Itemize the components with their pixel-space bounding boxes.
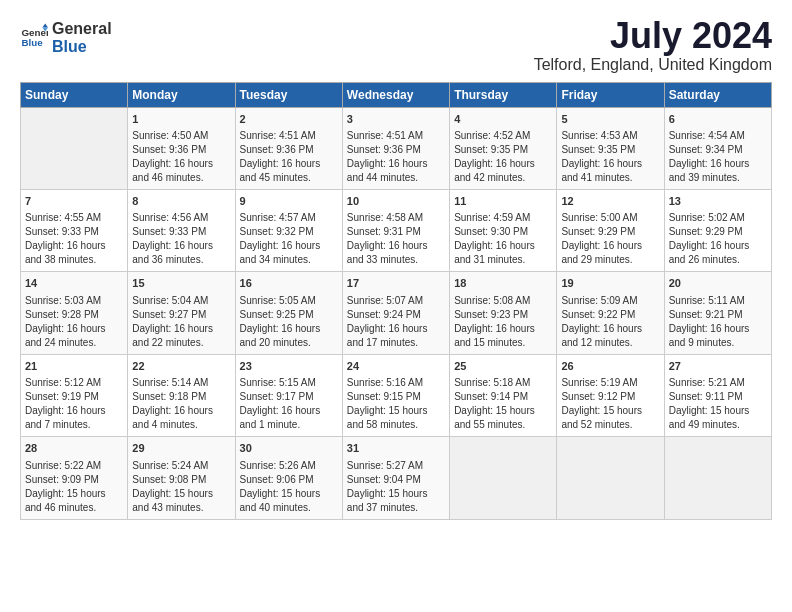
title-area: July 2024 Telford, England, United Kingd… <box>534 16 772 74</box>
cell-content-line: Sunset: 9:33 PM <box>25 225 123 239</box>
cell-content-line: and 24 minutes. <box>25 336 123 350</box>
cell-content-line: and 45 minutes. <box>240 171 338 185</box>
cell-content-line: Sunrise: 4:58 AM <box>347 211 445 225</box>
cell-content-line: Daylight: 16 hours <box>669 239 767 253</box>
cell-content-line: Daylight: 16 hours <box>347 239 445 253</box>
table-row: 9Sunrise: 4:57 AMSunset: 9:32 PMDaylight… <box>235 189 342 271</box>
cell-content-line: Daylight: 16 hours <box>240 404 338 418</box>
cell-content-line: Sunrise: 5:24 AM <box>132 459 230 473</box>
calendar-week-row: 14Sunrise: 5:03 AMSunset: 9:28 PMDayligh… <box>21 272 772 354</box>
cell-content-line: Daylight: 16 hours <box>669 322 767 336</box>
cell-content-line: and 42 minutes. <box>454 171 552 185</box>
table-row: 20Sunrise: 5:11 AMSunset: 9:21 PMDayligh… <box>664 272 771 354</box>
cell-content-line: and 1 minute. <box>240 418 338 432</box>
table-row: 10Sunrise: 4:58 AMSunset: 9:31 PMDayligh… <box>342 189 449 271</box>
day-number: 25 <box>454 359 552 374</box>
cell-content-line: Sunrise: 5:00 AM <box>561 211 659 225</box>
logo-general-text: General <box>52 20 112 38</box>
cell-content-line: Sunset: 9:30 PM <box>454 225 552 239</box>
table-row: 18Sunrise: 5:08 AMSunset: 9:23 PMDayligh… <box>450 272 557 354</box>
day-number: 8 <box>132 194 230 209</box>
table-row: 16Sunrise: 5:05 AMSunset: 9:25 PMDayligh… <box>235 272 342 354</box>
cell-content-line: Sunset: 9:12 PM <box>561 390 659 404</box>
cell-content-line: and 49 minutes. <box>669 418 767 432</box>
cell-content-line: Daylight: 15 hours <box>25 487 123 501</box>
table-row: 26Sunrise: 5:19 AMSunset: 9:12 PMDayligh… <box>557 354 664 436</box>
calendar-week-row: 28Sunrise: 5:22 AMSunset: 9:09 PMDayligh… <box>21 437 772 519</box>
cell-content-line: Sunrise: 4:51 AM <box>240 129 338 143</box>
cell-content-line: Daylight: 15 hours <box>240 487 338 501</box>
cell-content-line: Sunset: 9:19 PM <box>25 390 123 404</box>
cell-content-line: Sunrise: 5:08 AM <box>454 294 552 308</box>
cell-content-line: Sunset: 9:36 PM <box>132 143 230 157</box>
col-tuesday: Tuesday <box>235 82 342 107</box>
cell-content-line: Sunset: 9:36 PM <box>240 143 338 157</box>
cell-content-line: Daylight: 15 hours <box>132 487 230 501</box>
cell-content-line: Sunset: 9:17 PM <box>240 390 338 404</box>
cell-content-line: and 7 minutes. <box>25 418 123 432</box>
cell-content-line: Daylight: 15 hours <box>347 487 445 501</box>
cell-content-line: Sunset: 9:14 PM <box>454 390 552 404</box>
cell-content-line: Sunrise: 4:51 AM <box>347 129 445 143</box>
cell-content-line: Sunset: 9:27 PM <box>132 308 230 322</box>
day-number: 23 <box>240 359 338 374</box>
page: General Blue General Blue July 2024 Telf… <box>0 0 792 530</box>
cell-content-line: Sunset: 9:29 PM <box>561 225 659 239</box>
day-number: 31 <box>347 441 445 456</box>
day-number: 20 <box>669 276 767 291</box>
cell-content-line: Sunrise: 5:07 AM <box>347 294 445 308</box>
table-row: 23Sunrise: 5:15 AMSunset: 9:17 PMDayligh… <box>235 354 342 436</box>
cell-content-line: Sunrise: 4:54 AM <box>669 129 767 143</box>
table-row: 4Sunrise: 4:52 AMSunset: 9:35 PMDaylight… <box>450 107 557 189</box>
cell-content-line: and 55 minutes. <box>454 418 552 432</box>
table-row: 3Sunrise: 4:51 AMSunset: 9:36 PMDaylight… <box>342 107 449 189</box>
cell-content-line: and 22 minutes. <box>132 336 230 350</box>
table-row: 14Sunrise: 5:03 AMSunset: 9:28 PMDayligh… <box>21 272 128 354</box>
cell-content-line: Daylight: 16 hours <box>240 322 338 336</box>
table-row: 5Sunrise: 4:53 AMSunset: 9:35 PMDaylight… <box>557 107 664 189</box>
day-number: 11 <box>454 194 552 209</box>
cell-content-line: Daylight: 16 hours <box>561 239 659 253</box>
cell-content-line: and 46 minutes. <box>132 171 230 185</box>
table-row: 22Sunrise: 5:14 AMSunset: 9:18 PMDayligh… <box>128 354 235 436</box>
cell-content-line: Sunset: 9:23 PM <box>454 308 552 322</box>
col-wednesday: Wednesday <box>342 82 449 107</box>
cell-content-line: Sunrise: 5:18 AM <box>454 376 552 390</box>
cell-content-line: Daylight: 16 hours <box>454 239 552 253</box>
cell-content-line: Sunset: 9:18 PM <box>132 390 230 404</box>
day-number: 28 <box>25 441 123 456</box>
cell-content-line: and 52 minutes. <box>561 418 659 432</box>
day-number: 21 <box>25 359 123 374</box>
cell-content-line: Sunrise: 5:09 AM <box>561 294 659 308</box>
cell-content-line: and 34 minutes. <box>240 253 338 267</box>
cell-content-line: Daylight: 16 hours <box>25 404 123 418</box>
cell-content-line: Sunset: 9:11 PM <box>669 390 767 404</box>
table-row <box>450 437 557 519</box>
col-sunday: Sunday <box>21 82 128 107</box>
cell-content-line: Daylight: 16 hours <box>347 322 445 336</box>
col-thursday: Thursday <box>450 82 557 107</box>
day-number: 1 <box>132 112 230 127</box>
cell-content-line: Sunset: 9:25 PM <box>240 308 338 322</box>
month-year: July 2024 <box>534 16 772 56</box>
day-number: 2 <box>240 112 338 127</box>
cell-content-line: Sunset: 9:35 PM <box>561 143 659 157</box>
cell-content-line: Sunrise: 4:53 AM <box>561 129 659 143</box>
cell-content-line: Daylight: 15 hours <box>669 404 767 418</box>
cell-content-line: Sunrise: 5:27 AM <box>347 459 445 473</box>
svg-marker-2 <box>42 23 48 27</box>
table-row <box>21 107 128 189</box>
location: Telford, England, United Kingdom <box>534 56 772 74</box>
day-number: 27 <box>669 359 767 374</box>
cell-content-line: Sunrise: 5:26 AM <box>240 459 338 473</box>
table-row: 31Sunrise: 5:27 AMSunset: 9:04 PMDayligh… <box>342 437 449 519</box>
cell-content-line: and 29 minutes. <box>561 253 659 267</box>
cell-content-line: Daylight: 16 hours <box>132 322 230 336</box>
cell-content-line: Sunset: 9:28 PM <box>25 308 123 322</box>
cell-content-line: Sunrise: 5:21 AM <box>669 376 767 390</box>
cell-content-line: and 4 minutes. <box>132 418 230 432</box>
cell-content-line: Daylight: 16 hours <box>454 157 552 171</box>
day-number: 30 <box>240 441 338 456</box>
header: General Blue General Blue July 2024 Telf… <box>20 16 772 74</box>
day-number: 19 <box>561 276 659 291</box>
